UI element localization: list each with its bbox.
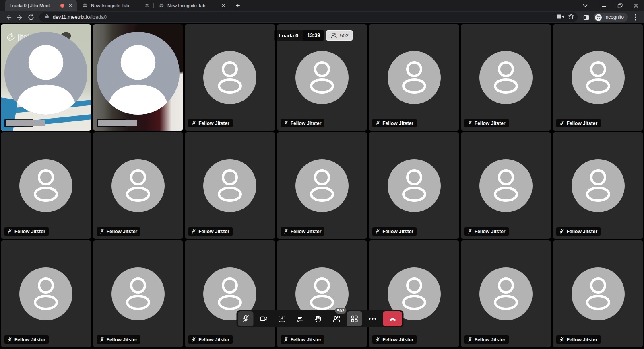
participant-tile[interactable]: Fellow Jitster [369,132,459,239]
media-recording-indicator [60,4,64,8]
close-window-button[interactable] [628,0,644,11]
participant-name-badge: Fellow Jitster [188,227,233,236]
reload-icon[interactable] [26,12,36,23]
participant-name: Fellow Jitster [291,337,322,343]
participant-name: Fellow Jitster [382,121,413,126]
participant-name-badge: Fellow Jitster [4,335,49,344]
participant-name-badge: Fellow Jitster [556,119,601,127]
participant-count-badge[interactable]: 502 [326,30,353,41]
minimize-button[interactable] [596,0,612,11]
participant-name-badge: Fellow Jitster [281,335,325,344]
hangup-button[interactable] [383,311,402,326]
participant-name-badge: Fellow Jitster [281,119,325,127]
participant-name: Fellow Jitster [14,337,45,343]
participant-tile[interactable]: Fellow Jitster [461,24,551,131]
chat-button[interactable] [293,311,308,326]
participant-name: Fellow Jitster [382,229,413,234]
participant-tile[interactable]: Fellow Jitster [277,240,367,347]
participant-tile[interactable]: Fellow Jitster [461,132,551,239]
microphone-muted-icon [376,337,380,342]
participants-count-bubble: 502 [335,308,346,314]
incognito-favicon-icon [82,3,88,8]
participant-name: Fellow Jitster [475,229,506,234]
tab-close-icon[interactable]: ✕ [221,3,226,8]
profile-incognito-badge[interactable]: Incognito [594,13,628,22]
tab-title: New Incognito Tab [167,3,217,8]
participant-avatar-icon [388,159,441,212]
participant-name: Fellow Jitster [198,337,229,343]
participant-tile[interactable]: Fellow Jitster [185,240,275,347]
participant-name: Fellow Jitster [291,229,322,234]
participant-tile[interactable]: Fellow Jitster [369,240,459,347]
participant-avatar-icon [19,267,72,320]
conference-info: Loada 0 13:39 502 [274,30,353,41]
redacted-name-bar [6,120,45,126]
participant-avatar-icon [295,51,349,104]
participant-name-badge: Fellow Jitster [556,335,601,344]
participant-name-badge: Fellow Jitster [281,227,325,236]
participant-avatar-icon [388,51,441,104]
tile-view-button[interactable] [347,311,362,326]
tab-search-icon[interactable] [577,0,593,11]
tab-new-incognito-1[interactable]: New Incognito Tab ✕ [77,0,154,11]
conference-timer: 13:39 [303,30,324,41]
participant-tile[interactable]: Fellow Jitster [93,240,184,347]
restore-button[interactable] [612,0,628,11]
participants-button[interactable]: 502 [329,311,344,326]
microphone-muted-icon [559,229,564,234]
forward-icon[interactable] [14,12,25,23]
participant-tile[interactable]: Fellow Jitster [1,240,91,347]
microphone-muted-icon [192,337,196,342]
tab-title: Loada 0 | Jitsi Meet [10,3,57,8]
participant-avatar-icon [111,159,165,212]
participant-tile-video[interactable]: jitsi [1,24,91,131]
meeting-stage: jitsi [0,23,644,349]
raise-hand-button[interactable] [311,311,326,326]
participant-tile[interactable]: Fellow Jitster [369,24,459,131]
participant-name-badge: Fellow Jitster [188,335,233,344]
conference-subject-pill: Loada 0 13:39 [274,30,324,41]
back-icon[interactable] [3,12,14,23]
participant-tile-video[interactable] [93,24,184,131]
tab-close-icon[interactable]: ✕ [144,3,150,8]
participant-name-badge: Fellow Jitster [556,227,601,236]
participant-tile[interactable]: Fellow Jitster [277,132,367,239]
microphone-muted-icon [284,121,288,126]
camera-button[interactable] [256,311,272,326]
participant-tile[interactable]: Fellow Jitster [185,24,275,131]
tab-jitsi-meet[interactable]: Loada 0 | Jitsi Meet ✕ [5,0,77,11]
incognito-avatar-icon [595,14,602,21]
address-bar[interactable]: dev11.meetrix.io/loada0 [39,12,578,22]
participant-tile[interactable]: Fellow Jitster [93,132,184,239]
camera-in-use-icon[interactable] [557,14,564,21]
participant-name-badge [97,119,126,127]
tab-new-incognito-2[interactable]: New Incognito Tab ✕ [154,0,230,11]
microphone-muted-icon [468,337,472,342]
mute-microphone-button[interactable] [238,311,254,326]
participant-tile[interactable]: Fellow Jitster [553,24,643,131]
call-toolbar: 502 [237,310,404,327]
participant-name: Fellow Jitster [566,229,597,234]
participant-tile[interactable]: Fellow Jitster [553,132,643,239]
side-panel-icon[interactable] [581,12,591,23]
participant-avatar-icon [203,159,256,212]
microphone-muted-icon [376,121,380,126]
bookmark-star-icon[interactable] [568,13,574,21]
more-actions-button[interactable] [365,311,380,326]
microphone-muted-icon [559,337,564,342]
lock-icon[interactable] [44,14,50,21]
new-tab-button[interactable]: + [233,0,243,11]
browser-menu-icon[interactable] [630,12,641,23]
microphone-muted-icon [100,229,104,234]
tab-close-icon[interactable]: ✕ [68,3,73,8]
microphone-muted-icon [192,121,196,126]
microphone-muted-icon [284,229,288,234]
participant-tile[interactable]: Fellow Jitster [185,132,275,239]
participant-name-badge: Fellow Jitster [372,335,417,344]
participant-name-badge: Fellow Jitster [464,119,509,127]
participant-tile[interactable]: Fellow Jitster [1,132,91,239]
share-screen-button[interactable] [275,311,290,326]
participant-tile[interactable]: Fellow Jitster [461,240,551,347]
microphone-muted-icon [468,229,472,234]
participant-tile[interactable]: Fellow Jitster [553,240,643,347]
